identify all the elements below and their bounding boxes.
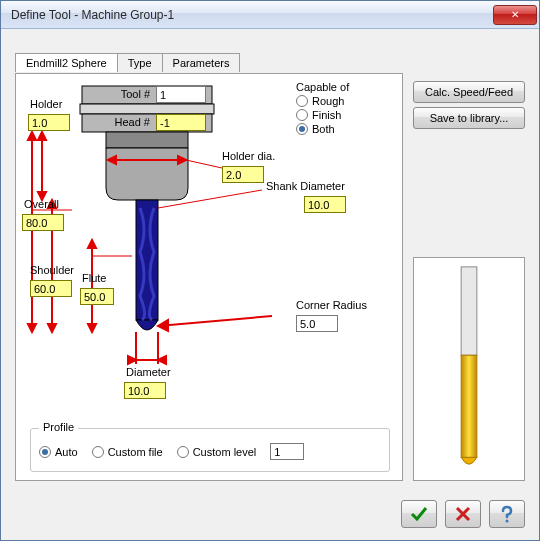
radio-both[interactable]: Both — [296, 122, 396, 136]
cancel-button[interactable] — [445, 500, 481, 528]
corner-label: Corner Radius — [296, 299, 367, 311]
radio-rough[interactable]: Rough — [296, 94, 396, 108]
svg-rect-31 — [461, 267, 477, 355]
tab-pane: Tool # Head # Holder Holder dia. Overall… — [15, 73, 403, 481]
holder-input[interactable] — [28, 114, 70, 131]
radio-icon — [177, 446, 189, 458]
radio-label: Custom level — [193, 446, 257, 458]
dialog-buttons — [401, 500, 525, 528]
button-label: Calc. Speed/Feed — [425, 86, 513, 98]
svg-marker-18 — [48, 324, 56, 332]
calc-speed-feed-button[interactable]: Calc. Speed/Feed — [413, 81, 525, 103]
svg-marker-13 — [28, 132, 36, 140]
flute-input[interactable] — [80, 288, 114, 305]
tab-label: Endmill2 Sphere — [26, 57, 107, 69]
toolnum-label: Tool # — [98, 88, 154, 100]
flute-label: Flute — [82, 272, 106, 284]
corner-input[interactable] — [296, 315, 338, 332]
svg-rect-1 — [80, 104, 214, 114]
cross-icon — [454, 505, 472, 523]
window: Define Tool - Machine Group-1 ✕ Endmill2… — [0, 0, 540, 541]
svg-marker-10 — [38, 132, 46, 140]
shoulder-label: Shoulder — [30, 264, 74, 276]
radio-icon — [296, 95, 308, 107]
diameter-label: Diameter — [126, 366, 171, 378]
capable-group: Capable of Rough Finish Both — [296, 80, 396, 136]
profile-title: Profile — [39, 421, 78, 433]
svg-marker-20 — [88, 240, 96, 248]
tab-strip: Endmill2 Sphere Type Parameters — [15, 53, 239, 72]
overall-input[interactable] — [22, 214, 64, 231]
tab-endmill-sphere[interactable]: Endmill2 Sphere — [15, 53, 118, 72]
svg-marker-24 — [128, 356, 136, 364]
ok-button[interactable] — [401, 500, 437, 528]
holderdia-label: Holder dia. — [222, 150, 275, 162]
tab-label: Parameters — [173, 57, 230, 69]
shoulder-input[interactable] — [30, 280, 72, 297]
profile-group: Profile Auto Custom file Custom level — [30, 428, 390, 472]
shank-label: Shank Diameter — [266, 180, 345, 192]
svg-line-29 — [158, 316, 272, 326]
svg-rect-32 — [461, 355, 477, 457]
svg-line-8 — [186, 160, 222, 168]
overall-label: Overall — [24, 198, 59, 210]
help-icon — [498, 505, 516, 523]
holderdia-input[interactable] — [222, 166, 264, 183]
tab-parameters[interactable]: Parameters — [162, 53, 241, 72]
radio-icon — [296, 123, 308, 135]
shank-input[interactable] — [304, 196, 346, 213]
close-button[interactable]: ✕ — [493, 5, 537, 25]
tab-label: Type — [128, 57, 152, 69]
svg-rect-4 — [136, 200, 158, 320]
corner-radius-group: Corner Radius — [296, 299, 367, 332]
button-label: Save to library... — [430, 112, 509, 124]
radio-finish[interactable]: Finish — [296, 108, 396, 122]
client-area: Endmill2 Sphere Type Parameters — [1, 29, 539, 540]
svg-marker-21 — [88, 324, 96, 332]
radio-profile-customfile[interactable]: Custom file — [92, 446, 163, 458]
tool-preview — [413, 257, 525, 481]
svg-marker-30 — [158, 320, 168, 331]
radio-label: Rough — [312, 95, 344, 107]
radio-label: Custom file — [108, 446, 163, 458]
diameter-input[interactable] — [124, 382, 166, 399]
check-icon — [410, 505, 428, 523]
help-button[interactable] — [489, 500, 525, 528]
toolnum-input[interactable] — [156, 86, 206, 103]
customlevel-input[interactable] — [270, 443, 304, 460]
radio-label: Auto — [55, 446, 78, 458]
svg-marker-25 — [158, 356, 166, 364]
svg-marker-14 — [28, 324, 36, 332]
window-title: Define Tool - Machine Group-1 — [11, 8, 493, 22]
tab-type[interactable]: Type — [117, 53, 163, 72]
holder-label: Holder — [30, 98, 62, 110]
radio-icon — [296, 109, 308, 121]
svg-rect-3 — [106, 132, 188, 148]
save-to-library-button[interactable]: Save to library... — [413, 107, 525, 129]
capable-header: Capable of — [296, 81, 349, 93]
radio-profile-auto[interactable]: Auto — [39, 446, 78, 458]
radio-icon — [39, 446, 51, 458]
radio-icon — [92, 446, 104, 458]
svg-point-33 — [506, 520, 509, 523]
headnum-input[interactable] — [156, 114, 206, 131]
radio-label: Both — [312, 123, 335, 135]
headnum-label: Head # — [98, 116, 154, 128]
radio-profile-customlevel[interactable]: Custom level — [177, 446, 257, 458]
close-icon: ✕ — [511, 9, 519, 20]
radio-label: Finish — [312, 109, 341, 121]
titlebar: Define Tool - Machine Group-1 ✕ — [1, 1, 539, 29]
